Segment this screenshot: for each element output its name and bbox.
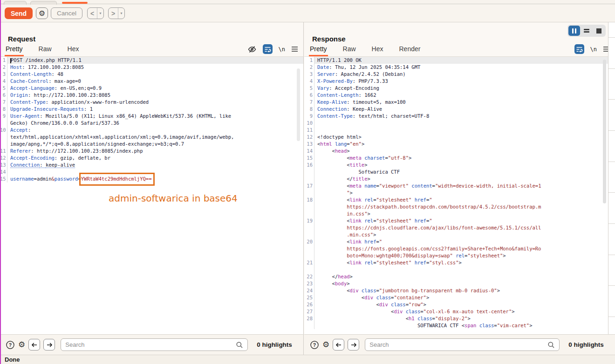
code-line: 28 <h1 class="display-2"> — [304, 315, 615, 322]
code-line: 9User-Agent: Mozilla/5.0 (X11; Linux x86… — [0, 113, 303, 120]
history-forward-button[interactable]: > ▼ — [108, 7, 125, 19]
line-number: 7 — [304, 99, 314, 106]
search-settings-icon[interactable]: ⚙ — [18, 341, 25, 349]
code-token: < — [317, 288, 350, 293]
line-number: 14 — [304, 148, 314, 155]
code-token: title — [353, 176, 368, 182]
code-token: : — [52, 71, 58, 77]
search-icon — [236, 341, 243, 349]
code-token: " — [429, 197, 432, 202]
annotation-note: admin-softwarica in base64 — [109, 193, 238, 204]
line-number: 14 — [0, 169, 7, 175]
rows-layout-icon[interactable] — [581, 26, 592, 36]
tab-pretty[interactable]: Pretty — [5, 45, 24, 56]
tab-raw[interactable]: Raw — [342, 45, 357, 56]
line-number: 5 — [304, 85, 314, 92]
request-editor[interactable]: 1POST /index.php HTTP/1.12Host: 172.100.… — [0, 57, 303, 334]
wrap-lines-icon[interactable] — [574, 44, 584, 54]
code-token: POST /index.php HTTP/1.1 — [11, 57, 82, 63]
line-number: 12 — [0, 155, 7, 162]
search-input[interactable] — [369, 341, 547, 348]
code-line: 18 <link rel="stylesheet" href=" — [304, 196, 615, 203]
line-number: 6 — [0, 92, 7, 99]
newline-markers-icon[interactable]: \n — [590, 46, 597, 53]
line-number: 22 — [304, 273, 314, 280]
code-token: Accept-Encoding — [335, 85, 379, 91]
code-token: </ — [317, 176, 353, 182]
request-settings-button[interactable]: ⚙ — [36, 7, 48, 19]
request-scrollbar[interactable] — [297, 68, 300, 141]
code-token: Upgrade-Insecure-Requests — [10, 106, 84, 112]
code-line: https://stackpath.bootstrapcdn.com/boots… — [304, 203, 615, 210]
line-number: 9 — [0, 113, 7, 120]
help-icon[interactable]: ? — [6, 340, 15, 350]
code-line: 13<html lang="en"> — [304, 141, 615, 148]
code-token: PHP/7.3.33 — [359, 78, 388, 84]
line-number: 17 — [304, 182, 314, 189]
code-line: 7Content-Type: application/x-www-form-ur… — [0, 99, 303, 106]
code-token: password — [55, 176, 78, 182]
code-token: : — [40, 113, 46, 119]
line-number: 26 — [304, 301, 314, 308]
code-token: Referer — [10, 148, 31, 154]
highlights-count: 0 highlights — [563, 341, 609, 348]
inspector-section-divider — [608, 37, 615, 38]
previous-match-button[interactable] — [28, 339, 40, 351]
line-number: 3 — [0, 71, 7, 78]
single-layout-icon[interactable] — [593, 26, 605, 36]
code-token: > — [426, 295, 429, 300]
columns-layout-icon[interactable] — [568, 26, 580, 36]
code-token: : — [329, 64, 335, 70]
repeater-tab[interactable] — [30, 1, 57, 5]
code-line: 14 <head> — [304, 148, 615, 155]
editor-menu-icon[interactable] — [291, 46, 298, 52]
response-editor[interactable]: 1HTTP/1.1 200 OK2Date: Thu, 12 Jun 2025 … — [304, 57, 615, 334]
tab-raw[interactable]: Raw — [38, 45, 53, 56]
send-button[interactable]: Send — [5, 7, 33, 19]
response-scrollbar[interactable] — [603, 60, 606, 203]
code-token: : — [40, 162, 46, 168]
search-settings-icon[interactable]: ⚙ — [322, 341, 329, 349]
response-editor-icons: \n — [574, 44, 610, 54]
code-token: "stylesheet" — [376, 197, 411, 202]
wrap-lines-icon[interactable] — [263, 44, 273, 54]
code-token: div — [364, 295, 373, 300]
code-token: : — [55, 155, 61, 161]
repeater-tab[interactable] — [4, 1, 27, 5]
code-token: : — [347, 99, 353, 105]
code-line: 6Content-Length: 1662 — [304, 92, 615, 99]
line-number — [304, 266, 314, 273]
tab-render[interactable]: Render — [398, 45, 422, 56]
code-token: "vim-caret" — [497, 323, 530, 328]
search-input[interactable] — [65, 341, 236, 348]
newline-markers-icon[interactable]: \n — [279, 46, 285, 53]
previous-match-button[interactable] — [333, 339, 344, 351]
code-token: < — [317, 316, 409, 321]
code-token: class — [417, 316, 432, 321]
inspector-collapsed-rail[interactable] — [608, 22, 615, 334]
code-token: < — [317, 148, 335, 154]
code-token: Content-Type — [10, 99, 46, 105]
code-line: 3Content-Length: 48 — [0, 71, 303, 78]
line-number: 8 — [0, 106, 7, 113]
next-match-button[interactable] — [348, 339, 359, 351]
cancel-button[interactable]: Cancel — [51, 7, 82, 19]
code-line: 11Referer: http://172.100.100.23:8085/in… — [0, 148, 303, 155]
code-line — [304, 266, 615, 273]
code-line: 11 — [304, 127, 615, 134]
tab-hex[interactable]: Hex — [371, 45, 384, 56]
code-token: > — [459, 260, 462, 265]
next-match-button[interactable] — [43, 339, 55, 351]
history-back-button[interactable]: < ▼ — [87, 7, 104, 19]
line-number: 10 — [304, 120, 314, 127]
response-header: Response Pretty Raw Hex Render \n — [304, 22, 615, 57]
code-token: Host — [10, 64, 22, 70]
code-line: 4Cache-Control: max-age=0 — [0, 78, 303, 85]
eye-hidden-icon[interactable] — [247, 45, 257, 54]
line-number: 9 — [304, 113, 314, 120]
code-token: < — [317, 281, 335, 286]
tab-hex[interactable]: Hex — [67, 45, 80, 56]
code-token: div — [394, 309, 403, 314]
tab-pretty[interactable]: Pretty — [309, 45, 328, 56]
help-icon[interactable]: ? — [310, 340, 319, 350]
